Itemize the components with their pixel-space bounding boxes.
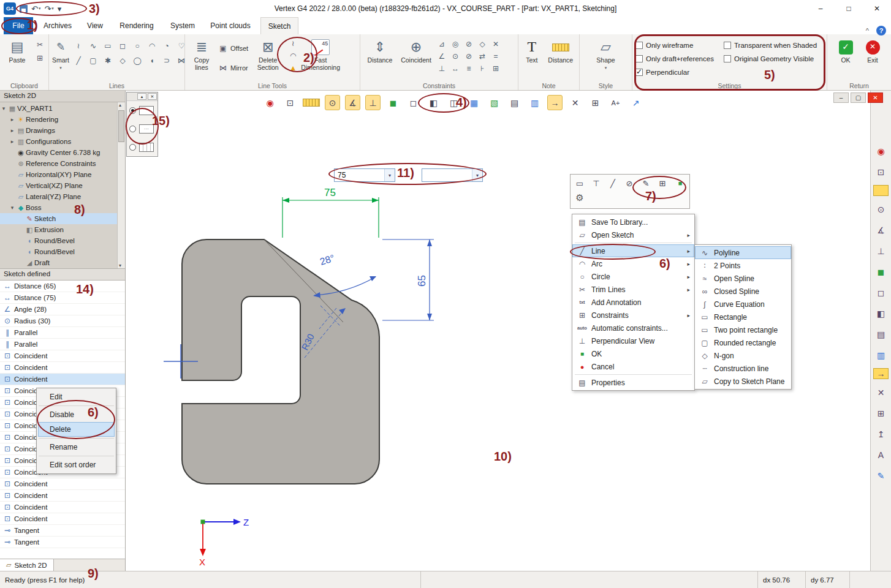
sheet-icon[interactable]: ▤ <box>507 95 522 110</box>
constraint-icon[interactable]: ⊘ <box>463 51 475 62</box>
ellipse-off-icon[interactable]: ⊘ <box>622 176 637 190</box>
grid-icon[interactable]: ⊞ <box>873 405 889 421</box>
chevron-down-icon[interactable]: ▾ <box>472 169 482 181</box>
copy-button[interactable]: ⊞ <box>34 53 45 63</box>
tree-item-vertical-plane[interactable]: ▱Vertical(XZ) Plane <box>0 180 125 191</box>
curve-tool-icon[interactable]: ≀ <box>287 39 298 48</box>
delete-icon[interactable]: ✕ <box>567 95 583 110</box>
menu-item-perpendicular-view[interactable]: ⊥Perpendicular View <box>572 334 694 347</box>
constraint-icon[interactable]: ⊞ <box>490 63 502 74</box>
tab-archives[interactable]: Archives <box>40 17 75 34</box>
snap-angle-icon[interactable]: ∡ <box>873 222 889 238</box>
tree-item-drawings[interactable]: ▸▤Drawings <box>0 125 125 136</box>
shape-style-button[interactable]: ▱ Shape ▾ <box>590 36 623 71</box>
submenu-item-closed-spline[interactable]: ∞Closed Spline <box>695 285 791 298</box>
constraint-icon[interactable]: ✕ <box>490 39 502 50</box>
constraint-icon[interactable]: ⊘ <box>463 39 475 50</box>
ok-square-icon[interactable]: ■ <box>673 176 688 190</box>
expand-arrow-icon[interactable]: ▸ <box>9 116 16 123</box>
ruler-icon[interactable] <box>873 185 889 196</box>
ruler-icon[interactable] <box>303 99 320 107</box>
line-tool-icon[interactable]: ◔ <box>161 40 173 52</box>
constraint-icon[interactable]: ∠ <box>436 51 448 62</box>
ok-button[interactable]: OK <box>836 36 855 64</box>
constraint-row[interactable]: ↔Distance (75) <box>0 292 125 304</box>
submenu-item-curve-equation[interactable]: ∫Curve Equation <box>695 298 791 311</box>
selector-option-2[interactable]: ··· <box>127 119 157 138</box>
text-note-button[interactable]: T Text <box>521 36 542 64</box>
tree-item-configurations[interactable]: ▸▥Configurations <box>0 136 125 147</box>
delete-section-button[interactable]: ⊠ Delete Section <box>251 36 284 71</box>
line-tool-icon[interactable]: ✱ <box>102 55 114 67</box>
tree-item-round-bevel[interactable]: ◖Round/Bevel <box>0 235 125 246</box>
line-tool-icon[interactable]: ◇ <box>116 55 129 67</box>
line-tool-icon[interactable]: ▢ <box>87 55 99 67</box>
tab-sketch-2d[interactable]: ▱Sketch 2D <box>0 559 54 571</box>
wireframe-view-icon[interactable]: ◻ <box>873 285 889 300</box>
pencil-icon[interactable]: ✎ <box>639 176 653 190</box>
edit-tool-icon[interactable]: ✎ <box>873 468 889 483</box>
chevron-down-icon[interactable]: ▾ <box>384 169 395 181</box>
sheet-icon[interactable]: ▤ <box>873 326 889 342</box>
constraint-row[interactable]: ∠Angle (28) <box>0 304 125 315</box>
pin-icon[interactable]: ◉ <box>873 143 889 159</box>
tree-item-draft[interactable]: ◢Draft <box>0 257 125 268</box>
menu-item-add-annotation[interactable]: txtAdd Annotation <box>572 296 694 309</box>
constraint-icon[interactable]: ⊿ <box>436 39 448 50</box>
transform-icon[interactable]: ↗ <box>628 95 643 110</box>
tree-item-gravity-center[interactable]: ◉Gravity Center 6.738 kg <box>0 147 125 158</box>
line-tool-icon[interactable]: ╱ <box>72 55 85 67</box>
menu-item-automatic-constraints[interactable]: autoAutomatic constraints... <box>572 322 694 334</box>
tree-item-extrusion[interactable]: ◧Extrusion <box>0 224 125 235</box>
constraint-icon[interactable]: = <box>490 51 502 62</box>
menu-item-trim-lines[interactable]: ✂Trim Lines▸ <box>572 283 694 296</box>
fast-dimensioning-button[interactable]: 45 Fast Dimensioning <box>301 36 339 71</box>
menu-item-line[interactable]: ╱Line▸ <box>572 244 694 257</box>
menu-item-cancel[interactable]: ●Cancel <box>572 360 694 373</box>
fillet-tool-icon[interactable]: ▲ <box>287 63 298 73</box>
export-icon[interactable]: → <box>873 368 889 379</box>
wire-cube-icon[interactable]: ◻ <box>406 95 421 110</box>
submenu-item-copy-to-sketch-plane[interactable]: ▱Copy to Sketch Plane <box>695 375 791 388</box>
menu-item-open-sketch[interactable]: ▱Open Sketch▸ <box>572 228 694 241</box>
close-button[interactable]: ✕ <box>863 0 891 17</box>
constraint-row[interactable]: ⊡Coincident <box>0 478 125 490</box>
constraint-icon[interactable]: ⊙ <box>449 51 461 62</box>
combo-value[interactable]: 75 <box>335 169 384 181</box>
dimension-value-combo[interactable]: 75 ▾ <box>334 168 395 182</box>
submenu-item-polyline[interactable]: ∿Polyline <box>695 246 791 259</box>
exit-button[interactable]: Exit <box>863 36 882 64</box>
constraint-row[interactable]: ∥Parallel <box>0 327 125 339</box>
move-up-icon[interactable]: ↥ <box>873 426 889 442</box>
snap-perpendicular-icon[interactable]: ⊥ <box>365 95 381 110</box>
menu-item-constraints[interactable]: ⊞Constraints▸ <box>572 309 694 322</box>
shaded-view-icon[interactable]: ◼ <box>873 264 889 279</box>
constraint-row[interactable]: ⊡Coincident <box>0 490 125 502</box>
checkbox-transparent-when-shaded[interactable]: Transparent when Shaded <box>724 39 827 52</box>
offset-button[interactable]: ▣Offset <box>218 42 248 55</box>
fit-view-icon[interactable]: ⊡ <box>282 95 298 110</box>
submenu-item-construction-line[interactable]: ┄Construction line <box>695 362 791 375</box>
coincident-constraint-button[interactable]: ⊕ Coincident <box>400 36 433 64</box>
line-tool-icon[interactable]: ▭ <box>102 40 114 52</box>
submenu-item-rectangle[interactable]: ▭Rectangle <box>695 311 791 323</box>
app-icon[interactable]: G4 <box>4 2 16 15</box>
checkbox-only-wireframe[interactable]: Only wireframe <box>635 39 721 52</box>
constraint-icon[interactable]: ◇ <box>476 39 488 50</box>
tree-item-boss[interactable]: ▾◆Boss <box>0 202 125 213</box>
tab-sketch[interactable]: Sketch <box>260 17 298 34</box>
line-tool-icon[interactable]: ○ <box>131 40 143 52</box>
constraint-row[interactable]: ⊸Tangent <box>0 537 125 548</box>
line-tool-icon[interactable]: ◻ <box>116 40 129 52</box>
smart-line-button[interactable]: ✎ Smart ▾ <box>52 36 69 71</box>
menu-item-ok[interactable]: ■OK <box>572 347 694 360</box>
tree-item-sketch[interactable]: ✎Sketch <box>0 213 125 224</box>
line-tool-icon[interactable]: ∿ <box>87 40 99 52</box>
frame-icon[interactable]: ▭ <box>572 176 587 190</box>
doc-minimize-button[interactable]: – <box>833 92 849 103</box>
constraint-row[interactable]: ⊡Coincident <box>0 513 125 525</box>
expand-arrow-icon[interactable]: ▸ <box>9 127 16 134</box>
shaded-cube-icon[interactable]: ◼ <box>385 95 401 110</box>
grid-icon[interactable]: ⊞ <box>655 176 670 190</box>
grid-icon[interactable]: ⊞ <box>588 95 603 110</box>
